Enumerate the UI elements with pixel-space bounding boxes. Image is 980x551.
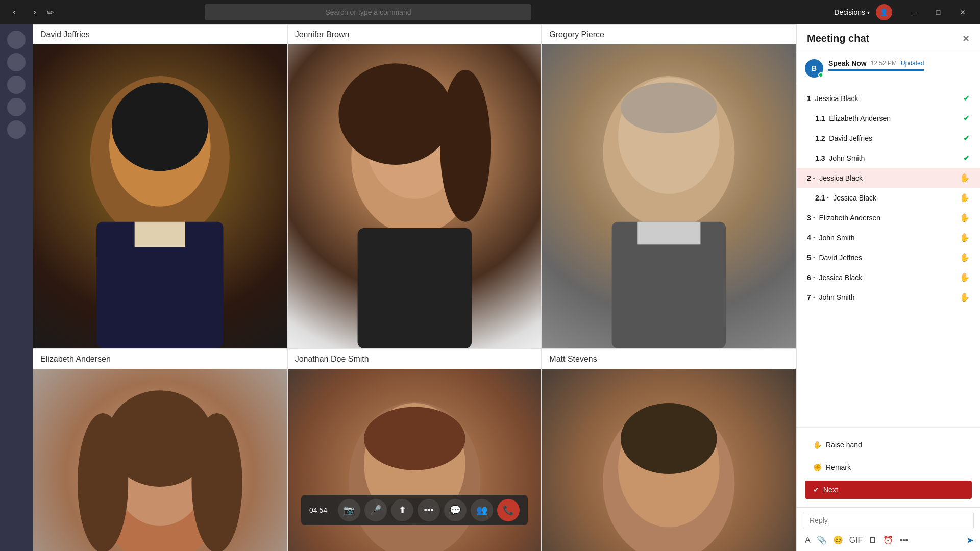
online-dot: [818, 72, 823, 78]
sticker-button[interactable]: 🗒: [867, 534, 879, 547]
video-area: David Jeffries Jennifer Brown: [33, 24, 796, 551]
next-label: Next: [823, 486, 838, 494]
svg-point-2: [112, 83, 208, 171]
video-cell-jennifer: Jennifer Brown: [287, 24, 542, 349]
attach-button[interactable]: 📎: [815, 533, 829, 547]
sidebar-btn-4[interactable]: [7, 98, 26, 116]
sidebar-btn-1[interactable]: [7, 31, 26, 49]
close-button[interactable]: ✕: [951, 4, 974, 20]
chat-time: 12:52 PM: [871, 60, 897, 67]
panel-header: Meeting chat ✕: [797, 24, 980, 53]
next-button[interactable]: ✔ Next: [805, 481, 972, 499]
hand-icon-2-1: ✋: [960, 193, 970, 203]
hand-icon-7: ✋: [960, 292, 970, 302]
format-button[interactable]: A: [803, 534, 813, 547]
decision-item-1-2[interactable]: 1.2 David Jeffries ✔: [797, 128, 980, 148]
sidebar: [0, 24, 33, 551]
hand-icon-5: ✋: [960, 253, 970, 262]
raise-hand-label: Raise hand: [826, 441, 862, 449]
check-icon-1-1: ✔: [963, 113, 970, 123]
send-button[interactable]: ➤: [966, 535, 974, 546]
decision-item-5[interactable]: 5 · David Jeffries ✋: [797, 247, 980, 267]
chat-message: B Speak Now 12:52 PM Updated: [797, 53, 980, 84]
emoji-button[interactable]: 😊: [831, 533, 845, 547]
video-cell-elizabeth: Elizabeth Andersen: [33, 349, 287, 551]
control-bar: 04:54 📷 🎤 ⬆ ••• 💬 👥 📞: [301, 495, 528, 525]
share-screen-button[interactable]: ⬆: [391, 499, 413, 521]
hand-icon-6: ✋: [960, 272, 970, 282]
decision-item-7[interactable]: 7 · John Smith ✋: [797, 287, 980, 307]
hand-icon-3: ✋: [960, 213, 970, 222]
more-reply-button[interactable]: •••: [897, 534, 910, 547]
svg-rect-14: [638, 222, 701, 245]
sidebar-btn-2[interactable]: [7, 53, 26, 71]
app-name-area: Decisions ▾: [834, 8, 870, 16]
decision-item-2[interactable]: 2 - Jessica Black ✋: [797, 168, 980, 188]
schedule-button[interactable]: ⏰: [881, 533, 895, 547]
maximize-button[interactable]: □: [927, 4, 949, 20]
decision-item-6[interactable]: 6 · Jessica Black ✋: [797, 267, 980, 287]
search-input[interactable]: [205, 4, 531, 20]
video-feed-elizabeth: [33, 369, 287, 551]
svg-point-7: [338, 63, 453, 165]
panel-title: Meeting chat: [807, 33, 869, 44]
svg-point-29: [621, 403, 717, 474]
decision-item-4[interactable]: 4 · John Smith ✋: [797, 228, 980, 247]
more-options-button[interactable]: •••: [418, 499, 440, 521]
edit-button[interactable]: ✏: [47, 8, 54, 17]
svg-point-12: [621, 83, 717, 133]
video-cell-david: David Jeffries: [33, 24, 287, 349]
hang-up-button[interactable]: 📞: [497, 499, 520, 521]
user-avatar[interactable]: 👤: [876, 4, 892, 20]
participants-button[interactable]: 👥: [471, 499, 493, 521]
panel-close-button[interactable]: ✕: [962, 33, 970, 44]
camera-button[interactable]: 📷: [338, 499, 360, 521]
chat-avatar-letter: B: [812, 64, 817, 72]
video-feed-matt: [542, 369, 796, 551]
raise-hand-button[interactable]: ✋ Raise hand: [805, 436, 972, 454]
reply-actions: A 📎 😊 GIF 🗒 ⏰ ••• ➤: [803, 533, 974, 547]
remark-icon: ✊: [813, 463, 822, 471]
svg-point-18: [78, 413, 128, 551]
video-feed-jennifer: [288, 44, 542, 348]
nav-buttons: ‹ ›: [6, 4, 43, 20]
reply-box: A 📎 😊 GIF 🗒 ⏰ ••• ➤: [797, 507, 980, 551]
microphone-button[interactable]: 🎤: [364, 499, 387, 521]
window-controls: – □ ✕: [902, 4, 974, 20]
chat-author: Speak Now: [828, 59, 867, 67]
titlebar-right: Decisions ▾ 👤 – □ ✕: [834, 4, 974, 20]
decision-item-1[interactable]: 1 Jessica Black ✔: [797, 88, 980, 108]
svg-point-23: [364, 407, 465, 470]
decision-item-1-3[interactable]: 1.3 John Smith ✔: [797, 148, 980, 168]
chat-avatar: B: [805, 59, 823, 78]
minimize-button[interactable]: –: [902, 4, 925, 20]
reply-input[interactable]: [803, 512, 974, 529]
svg-point-19: [191, 413, 242, 551]
back-button[interactable]: ‹: [6, 4, 22, 20]
gif-button[interactable]: GIF: [847, 534, 865, 547]
video-feed-david: [33, 44, 287, 348]
decision-item-2-1[interactable]: 2.1 · Jessica Black ✋: [797, 188, 980, 208]
main-layout: David Jeffries Jennifer Brown: [0, 24, 980, 551]
participant-name-gregory: Gregory Pierce: [542, 25, 796, 44]
participant-name-david: David Jeffries: [33, 25, 287, 44]
svg-rect-9: [357, 228, 472, 348]
sidebar-btn-3[interactable]: [7, 76, 26, 94]
remark-button[interactable]: ✊ Remark: [805, 458, 972, 477]
video-cell-gregory: Gregory Pierce: [542, 24, 796, 349]
decision-item-1-1[interactable]: 1.1 Elizabeth Andersen ✔: [797, 108, 980, 128]
sidebar-btn-5[interactable]: [7, 120, 26, 139]
check-icon-1-3: ✔: [963, 153, 970, 163]
check-icon-1-2: ✔: [963, 133, 970, 143]
chat-button[interactable]: 💬: [444, 499, 467, 521]
video-feed-gregory: [542, 44, 796, 348]
chat-updated: Updated: [901, 60, 924, 67]
svg-rect-4: [135, 222, 185, 247]
app-chevron-icon: ▾: [867, 10, 870, 15]
forward-button[interactable]: ›: [27, 4, 43, 20]
action-buttons: ✋ Raise hand ✊ Remark ✔ Next: [797, 427, 980, 507]
meeting-chat-panel: Meeting chat ✕ B Speak Now 12:52 PM Upda…: [796, 24, 980, 551]
participant-name-elizabeth: Elizabeth Andersen: [33, 349, 287, 369]
app-name-label: Decisions: [834, 8, 865, 16]
decision-item-3[interactable]: 3 · Elizabeth Andersen ✋: [797, 208, 980, 228]
